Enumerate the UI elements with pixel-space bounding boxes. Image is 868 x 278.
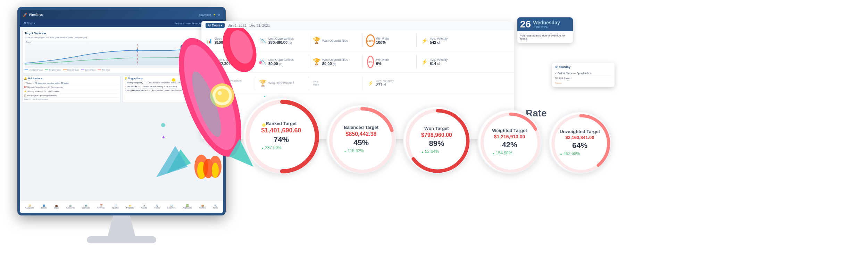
metric-won-1: 🏆 Won Opportunities [313, 37, 358, 44]
divider8 [416, 55, 417, 69]
task-count: 4 items [555, 82, 612, 84]
metric-winrate-1: 100% Win Rate 100% [367, 37, 412, 44]
divider9 [255, 76, 255, 90]
app-title: Pipelines [29, 13, 43, 16]
task-popup-title: 30 Sunday [555, 65, 612, 69]
toolbar-approvals[interactable]: ✅Approvals [183, 204, 192, 209]
circle-5-content: Unweighted Target $2,163,841.00 64% 462.… [560, 129, 600, 156]
trophy-icon-3: 🏆 [259, 80, 266, 87]
navigator-label: Navigator [199, 13, 211, 16]
chart-legend: Unweighted Value Weighted Value Forecast… [25, 69, 218, 71]
dashboard-header: All Deals ▾ Jan 1, 2021 - Dec 31, 2021 [201, 21, 514, 30]
toolbar-tools[interactable]: 🔧Tools [213, 204, 218, 209]
notif-largest[interactable]: 📋 The Largest Open Opportunities [24, 93, 119, 98]
monitor: 🚀 Pipelines Navigator ★ ⚙ All Deals ▾ Pe… [10, 7, 233, 257]
toolbar-assets[interactable]: 🗂Assets [141, 205, 147, 209]
metric-open-opps-2: 📊 Open Opportunities $452,304.40 (13) [206, 58, 251, 66]
toolbar-accounts[interactable]: 🏢Accounts [66, 204, 75, 209]
screen-nav-bar: All Deals ▾ Period: Current Financial Ye… [20, 19, 223, 27]
velocity-icon-1: ⚡ [421, 37, 428, 44]
divider2 [309, 34, 309, 48]
notif-missed[interactable]: 22 Missed Close Date — 67 Opportunities [24, 85, 119, 89]
divider10 [309, 76, 309, 90]
calendar-date: 26 [520, 19, 531, 29]
calendar-body-text: You have nothing due or overdue for toda… [520, 34, 570, 40]
toolbar-projects[interactable]: 📁Projects [126, 204, 134, 209]
circle-1-content: Ranked Target $1,401,690.60 74% 287.50% [261, 121, 301, 150]
trend-chart: Trend Weighted Target [25, 40, 218, 68]
toolbar-leads[interactable]: 👤Leads [41, 204, 47, 209]
toolbar-contacts[interactable]: 📇Contacts [82, 204, 90, 209]
divider6 [309, 55, 309, 69]
target-circle-balanced: Balanced Target $850,442.38 45% 115.62% [326, 104, 396, 174]
period-filter: Jan 1, 2021 - Dec 31, 2021 [228, 24, 270, 27]
target-circle-weighted: Weighted Target $1,216,913.00 42% 154.90… [477, 109, 542, 174]
leads-icon-2: 📊 [206, 58, 212, 65]
circle-4-rate: 154.90% [492, 150, 527, 155]
all-deals-filter[interactable]: All Deals ▾ [206, 23, 225, 28]
toolbar-navigator[interactable]: 🧭Navigator [25, 204, 34, 209]
calendar-header: 26 Wednesday June 2024 [517, 17, 573, 31]
largest-opps-value: $993,281.10 in 5 Opportunities [24, 98, 119, 101]
circle-2-rate: 115.62% [344, 148, 378, 153]
metric-velocity-2: ⚡ Avg. Velocity 614 d [421, 58, 466, 66]
target-overview-box: Target Overview ⚙ Set your target goal a… [22, 29, 221, 73]
notifications-box: 🔔 Notifications ✓ Tasks — 75 tasks are o… [22, 75, 120, 103]
nav-all-deals[interactable]: All Deals ▾ [22, 21, 37, 25]
target-circle-unweighted: Unweighted Target $2,163,841.00 64% 462.… [549, 111, 611, 174]
divider5 [255, 55, 255, 69]
metric-velocity-3: ⚡ Avg. Velocity 277 d [367, 79, 412, 87]
metric-winrate-2: 0% Win Rate 0% [367, 58, 412, 66]
star-icon: ★ [213, 13, 216, 16]
app-logo: 🚀 [23, 13, 27, 17]
circle-1-rate: 287.50% [261, 145, 301, 150]
metric-velocity-1: ⚡ Avg. Velocity 542 d [421, 37, 466, 44]
divider7 [362, 55, 363, 69]
trophy-icon-1: 🏆 [313, 37, 320, 44]
notif-velocity[interactable]: ⚡ Velocity Issues — 66 Opportunities [24, 89, 119, 93]
divider3 [362, 34, 363, 48]
velocity-icon-2: ⚡ [421, 58, 428, 65]
monitor-base [87, 236, 156, 243]
metric-won-3: 🏆 Won Opportunities [259, 80, 304, 87]
task-item-2[interactable]: TF SSA Project [555, 76, 612, 81]
leads-icon: 📊 [206, 37, 212, 44]
metric-lost-1: 📉 Lost Opportunities $30,400.00 (3) [259, 37, 304, 44]
metric-open-opps-3: 📊 Open Opportunities $163,... [206, 79, 251, 87]
monitor-stand [108, 215, 135, 236]
toolbar-feeds[interactable]: 📡Feeds [154, 204, 160, 209]
leads-icon-3: 📊 [206, 80, 212, 87]
notifications-section: 🔔 Notifications ✓ Tasks — 75 tasks are o… [22, 75, 221, 103]
calendar-body: You have nothing due or overdue for toda… [517, 31, 573, 43]
circle-4-content: Weighted Target $1,216,913.00 42% 154.90… [492, 128, 527, 155]
circle-5-rate: 462.68% [560, 151, 600, 156]
calendar-day-info: Wednesday June 2024 [533, 20, 560, 29]
dashboard-row-3: 📊 Open Opportunities $163,... 🏆 Won Oppo… [201, 73, 514, 94]
task-popup: 30 Sunday ✓ Rollout Phase — Opportunitie… [552, 63, 615, 87]
win-rate-circle-1: 100% [366, 34, 375, 47]
task-item-1[interactable]: ✓ Rollout Phase — Opportunities [555, 71, 612, 76]
trophy-icon-2: 🏆 [313, 58, 320, 65]
toolbar-opportunities[interactable]: 💼Opps [54, 204, 59, 209]
monitor-screen: 🚀 Pipelines Navigator ★ ⚙ All Deals ▾ Pe… [17, 7, 226, 215]
notif-tasks[interactable]: ✓ Tasks — 75 tasks are overdue within 93… [24, 81, 119, 85]
toolbar-analytics[interactable]: 📊Analytics [167, 204, 175, 209]
targets-area: Ranked Target $1,401,690.60 74% 287.50% … [243, 97, 611, 174]
metric-won-2: 🏆 Won Opportunities $0.00 (0) [313, 58, 358, 66]
screen-content: Target Overview ⚙ Set your target goal a… [20, 27, 223, 213]
toolbar-quotes[interactable]: 📄Quotes [112, 204, 119, 209]
screen-header: 🚀 Pipelines Navigator ★ ⚙ [20, 10, 223, 19]
divider [255, 34, 255, 48]
target-circle-ranked: Ranked Target $1,401,690.60 74% 287.50% [243, 97, 319, 174]
divider11 [362, 76, 363, 90]
circle-2-content: Balanced Target $850,442.38 45% 115.62% [344, 125, 378, 153]
circle-3-rate: 52.64% [421, 149, 452, 154]
target-circle-won: Won Target $798,960.00 89% 52.64% [403, 106, 470, 174]
trend-title: Trend [25, 40, 218, 44]
notif-title: 🔔 Notifications [24, 77, 119, 80]
lost-icon: 📉 [259, 37, 266, 44]
circle-3-content: Won Target $798,960.00 89% 52.64% [421, 126, 452, 154]
toolbar-archive[interactable]: 📦Archive [199, 204, 206, 209]
toolbar-activities[interactable]: 📅Activities [97, 204, 106, 209]
bottom-toolbar: 🧭Navigator 👤Leads 💼Opps 🏢Accounts 📇Conta… [20, 200, 223, 213]
